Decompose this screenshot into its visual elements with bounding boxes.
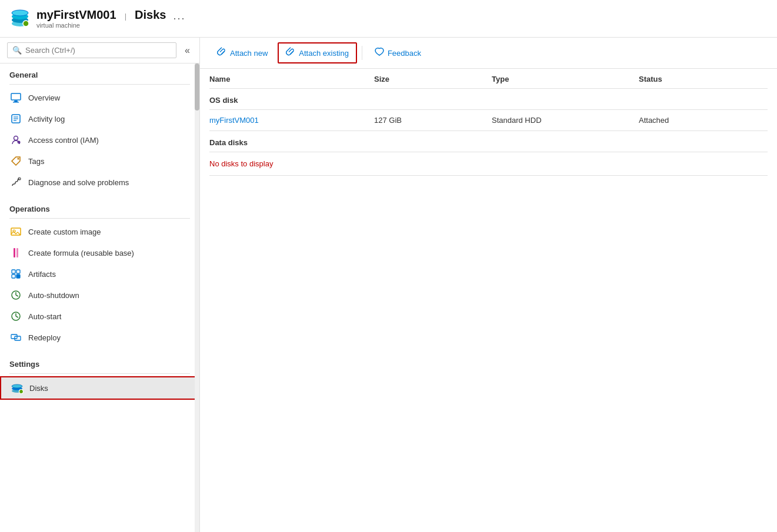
sidebar-item-diagnose[interactable]: Diagnose and solve problems bbox=[0, 172, 199, 193]
header-subtitle: virtual machine bbox=[36, 22, 166, 29]
diagnose-label: Diagnose and solve problems bbox=[28, 178, 129, 187]
activitylog-icon bbox=[9, 112, 22, 125]
general-divider bbox=[9, 84, 190, 85]
col-size: Size bbox=[374, 75, 492, 83]
sidebar-item-activitylog[interactable]: Activity log bbox=[0, 108, 199, 129]
svg-point-5 bbox=[23, 21, 29, 26]
page-header: myFirstVM001 | Disks virtual machine ··· bbox=[0, 0, 777, 38]
diagnose-icon bbox=[9, 176, 22, 189]
sidebar-item-artifacts[interactable]: Artifacts bbox=[0, 263, 199, 285]
tags-icon bbox=[9, 155, 22, 168]
svg-rect-22 bbox=[12, 270, 15, 273]
search-box[interactable]: 🔍 bbox=[7, 42, 176, 58]
sidebar-item-autostart[interactable]: Auto-start bbox=[0, 306, 199, 327]
svg-point-16 bbox=[18, 158, 19, 160]
attach-existing-label: Attach existing bbox=[299, 49, 349, 58]
disk-table: Name Size Type Status OS disk myFirstVM0… bbox=[200, 69, 777, 532]
svg-rect-21 bbox=[16, 248, 18, 257]
header-text: myFirstVM001 | Disks virtual machine bbox=[36, 8, 166, 29]
sidebar-item-autoshutdown[interactable]: Auto-shutdown bbox=[0, 285, 199, 306]
scrollbar-track[interactable] bbox=[195, 63, 199, 532]
disks-label: Disks bbox=[29, 384, 48, 393]
svg-point-13 bbox=[14, 136, 18, 140]
formula-label: Create formula (reusable base) bbox=[28, 249, 134, 257]
iam-label: Access control (IAM) bbox=[28, 136, 99, 145]
attach-existing-icon bbox=[286, 47, 295, 59]
vm-icon bbox=[9, 7, 31, 30]
attach-new-icon bbox=[217, 47, 226, 59]
svg-rect-20 bbox=[14, 248, 15, 257]
search-input[interactable] bbox=[25, 46, 171, 55]
disks-icon bbox=[11, 382, 24, 394]
autostart-icon bbox=[9, 310, 22, 323]
autoshutdown-icon bbox=[9, 289, 22, 302]
collapse-sidebar-button[interactable]: « bbox=[182, 43, 192, 58]
feedback-icon bbox=[375, 47, 384, 59]
attach-existing-button[interactable]: Attach existing bbox=[278, 42, 357, 63]
svg-line-31 bbox=[16, 316, 18, 317]
activitylog-label: Activity log bbox=[28, 115, 65, 123]
svg-rect-25 bbox=[16, 275, 20, 278]
sidebar-item-tags[interactable]: Tags bbox=[0, 150, 199, 172]
feedback-label: Feedback bbox=[388, 49, 421, 58]
col-status: Status bbox=[639, 75, 756, 83]
table-header-row: Name Size Type Status bbox=[209, 69, 768, 89]
scrollbar-thumb[interactable] bbox=[195, 63, 199, 111]
sidebar-item-disks[interactable]: Disks bbox=[0, 376, 199, 400]
os-disk-section-header: OS disk bbox=[209, 89, 768, 110]
settings-divider bbox=[9, 373, 190, 374]
redeploy-label: Redeploy bbox=[28, 333, 61, 342]
svg-line-28 bbox=[16, 295, 18, 296]
data-disks-section-header: Data disks bbox=[209, 131, 768, 152]
feedback-button[interactable]: Feedback bbox=[367, 43, 429, 63]
artifacts-icon bbox=[9, 267, 22, 280]
customimage-label: Create custom image bbox=[28, 227, 101, 236]
autoshutdown-label: Auto-shutdown bbox=[28, 291, 79, 300]
svg-rect-6 bbox=[11, 93, 21, 100]
disk-name-cell[interactable]: myFirstVM001 bbox=[209, 116, 374, 125]
svg-point-38 bbox=[19, 390, 24, 394]
sidebar-item-customimage[interactable]: Create custom image bbox=[0, 221, 199, 242]
disk-size-cell: 127 GiB bbox=[374, 116, 492, 125]
sidebar-item-iam[interactable]: + Access control (IAM) bbox=[0, 129, 199, 150]
svg-rect-8 bbox=[13, 102, 19, 103]
header-sep: | bbox=[125, 12, 126, 21]
disk-status-cell: Attached bbox=[639, 116, 756, 125]
sidebar-item-redeploy[interactable]: Redeploy bbox=[0, 327, 199, 348]
toolbar-separator bbox=[362, 46, 362, 60]
tags-label: Tags bbox=[28, 157, 44, 166]
more-options-button[interactable]: ··· bbox=[173, 12, 185, 25]
os-disk-row: myFirstVM001 127 GiB Standard HDD Attach… bbox=[209, 110, 768, 131]
autostart-label: Auto-start bbox=[28, 312, 61, 321]
artifacts-label: Artifacts bbox=[28, 270, 56, 279]
disk-type-cell: Standard HDD bbox=[492, 116, 639, 125]
formula-icon bbox=[9, 246, 22, 259]
overview-icon bbox=[9, 91, 22, 104]
sidebar-search-row: 🔍 « bbox=[0, 38, 199, 63]
page-name: Disks bbox=[135, 8, 166, 22]
attach-new-button[interactable]: Attach new bbox=[209, 43, 275, 63]
section-settings-title: Settings bbox=[0, 353, 199, 371]
attach-new-label: Attach new bbox=[230, 49, 268, 58]
section-general-title: General bbox=[0, 63, 199, 82]
content-area: Attach new Attach existing Feedback Name… bbox=[200, 38, 777, 532]
section-operations-title: Operations bbox=[0, 198, 199, 216]
sidebar-item-formula[interactable]: Create formula (reusable base) bbox=[0, 242, 199, 263]
iam-icon: + bbox=[9, 133, 22, 146]
col-type: Type bbox=[492, 75, 639, 83]
svg-rect-24 bbox=[12, 275, 15, 278]
sidebar-content: General Overview Activity log + Access c… bbox=[0, 63, 199, 532]
svg-rect-7 bbox=[14, 101, 18, 102]
toolbar: Attach new Attach existing Feedback bbox=[200, 38, 777, 69]
sidebar-item-overview[interactable]: Overview bbox=[0, 87, 199, 108]
no-data-message: No disks to display bbox=[209, 152, 768, 176]
search-icon: 🔍 bbox=[12, 46, 22, 55]
sidebar: 🔍 « General Overview bbox=[0, 38, 200, 532]
redeploy-icon bbox=[9, 331, 22, 344]
col-name: Name bbox=[209, 75, 374, 83]
svg-rect-23 bbox=[16, 270, 20, 273]
vm-name: myFirstVM001 bbox=[36, 8, 116, 22]
operations-divider bbox=[9, 218, 190, 219]
customimage-icon bbox=[9, 225, 22, 238]
overview-label: Overview bbox=[28, 93, 60, 102]
